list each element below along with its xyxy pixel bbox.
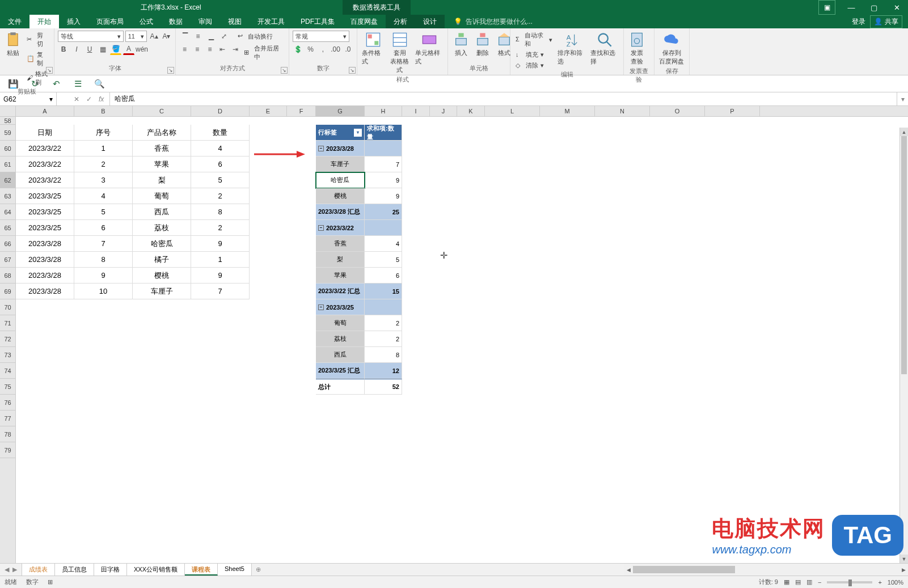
cell-G68[interactable]: 苹果: [316, 268, 365, 284]
cell-D59[interactable]: 数量: [191, 125, 250, 141]
cell-B60[interactable]: 1: [74, 141, 133, 156]
percent-button[interactable]: %: [305, 44, 316, 55]
tab-page-layout[interactable]: 页面布局: [88, 15, 132, 28]
new-sheet-button[interactable]: ⊕: [252, 564, 265, 576]
row-header-61[interactable]: 61: [0, 156, 15, 172]
cell-D66[interactable]: 9: [191, 236, 250, 252]
cell-G70[interactable]: −2023/3/25: [316, 299, 365, 315]
cell-G69[interactable]: 2023/3/22 汇总: [316, 284, 365, 299]
orientation-button[interactable]: ⤢: [218, 31, 230, 42]
cell-B66[interactable]: 7: [74, 236, 133, 252]
conditional-format-button[interactable]: 条件格式: [361, 31, 385, 75]
insert-cells-button[interactable]: 插入: [451, 31, 471, 64]
tab-insert[interactable]: 插入: [59, 15, 88, 28]
cell-C62[interactable]: 梨: [133, 172, 191, 188]
cell-A63[interactable]: 2023/3/25: [16, 188, 74, 204]
row-header-73[interactable]: 73: [0, 347, 15, 363]
cell-D65[interactable]: 2: [191, 220, 250, 236]
col-header-P[interactable]: P: [705, 106, 760, 116]
cell-A66[interactable]: 2023/3/28: [16, 236, 74, 252]
close-button[interactable]: ✕: [885, 0, 908, 15]
decrease-indent-button[interactable]: ⇤: [217, 44, 228, 55]
number-format-combo[interactable]: 常规▾: [293, 31, 349, 42]
row-header-74[interactable]: 74: [0, 363, 15, 379]
sort-filter-button[interactable]: AZ排序和筛选: [556, 31, 587, 70]
cell-D67[interactable]: 1: [191, 252, 250, 268]
align-left-button[interactable]: ≡: [179, 44, 190, 55]
fx-icon[interactable]: fx: [99, 95, 104, 103]
col-header-H[interactable]: H: [365, 106, 402, 116]
cell-G59[interactable]: 行标签▾: [316, 125, 365, 141]
select-all-corner[interactable]: [0, 106, 16, 116]
undo-button[interactable]: ↶: [50, 78, 62, 90]
login-link[interactable]: 登录: [852, 17, 865, 27]
minimize-button[interactable]: —: [840, 0, 863, 15]
cell-G60[interactable]: −2023/3/28: [316, 141, 365, 156]
cell-D64[interactable]: 8: [191, 204, 250, 220]
cell-G66[interactable]: 香蕉: [316, 236, 365, 252]
cell-A69[interactable]: 2023/3/28: [16, 284, 74, 299]
cell-G67[interactable]: 梨: [316, 252, 365, 268]
cell-G71[interactable]: 葡萄: [316, 315, 365, 331]
col-header-G[interactable]: G: [316, 106, 365, 116]
tab-pdf-tools[interactable]: PDF工具集: [293, 15, 343, 28]
row-header-75[interactable]: 75: [0, 379, 15, 395]
row-header-60[interactable]: 60: [0, 141, 15, 156]
zoom-out-button[interactable]: −: [818, 579, 821, 586]
scroll-right-button[interactable]: ▶: [899, 565, 908, 574]
align-middle-button[interactable]: ≡: [192, 31, 204, 42]
cell-H70[interactable]: [365, 299, 402, 315]
sheet-nav-prev[interactable]: ◀: [5, 566, 9, 573]
accessibility-icon[interactable]: ⊞: [48, 578, 53, 586]
tab-baidu-netdisk[interactable]: 百度网盘: [343, 15, 386, 28]
increase-decimal-button[interactable]: .00: [330, 44, 341, 55]
cell-G72[interactable]: 荔枝: [316, 331, 365, 347]
view-normal-button[interactable]: ▦: [784, 578, 789, 586]
col-header-D[interactable]: D: [191, 106, 250, 116]
underline-button[interactable]: U: [84, 44, 95, 55]
zoom-level[interactable]: 100%: [888, 579, 903, 586]
col-header-N[interactable]: N: [595, 106, 650, 116]
row-header-64[interactable]: 64: [0, 204, 15, 220]
cell-C59[interactable]: 产品名称: [133, 125, 191, 141]
currency-button[interactable]: 💲: [293, 44, 303, 55]
cell-G65[interactable]: −2023/3/22: [316, 220, 365, 236]
sheet-tab-Sheet5[interactable]: Sheet5: [218, 564, 252, 576]
save-to-baidu-button[interactable]: 保存到 百度网盘: [658, 31, 685, 67]
horizontal-scrollbar[interactable]: ◀ ▶: [624, 564, 908, 576]
cut-button[interactable]: ✂剪切: [25, 31, 50, 49]
row-header-79[interactable]: 79: [0, 442, 15, 458]
row-header-78[interactable]: 78: [0, 426, 15, 442]
number-launcher[interactable]: ↘: [349, 67, 356, 74]
share-button[interactable]: 👤 共享: [870, 15, 902, 28]
scroll-down-button[interactable]: ▼: [900, 555, 908, 563]
tell-me[interactable]: 💡 告诉我您想要做什么...: [454, 15, 533, 28]
align-bottom-button[interactable]: ▁: [205, 31, 217, 42]
cell-D62[interactable]: 5: [191, 172, 250, 188]
row-header-70[interactable]: 70: [0, 299, 15, 315]
wrap-text-button[interactable]: ↩自动换行: [236, 31, 274, 42]
cell-C60[interactable]: 香蕉: [133, 141, 191, 156]
sheet-tab-成绩表[interactable]: 成绩表: [22, 564, 55, 576]
fill-button[interactable]: ↓填充▾: [514, 50, 554, 60]
col-header-E[interactable]: E: [250, 106, 287, 116]
cell-B69[interactable]: 10: [74, 284, 133, 299]
tab-data[interactable]: 数据: [161, 15, 191, 28]
row-header-71[interactable]: 71: [0, 315, 15, 331]
increase-indent-button[interactable]: ⇥: [230, 44, 240, 55]
collapse-icon[interactable]: −: [318, 225, 324, 231]
pivot-filter-icon[interactable]: ▾: [354, 129, 362, 137]
row-header-72[interactable]: 72: [0, 331, 15, 347]
cell-H61[interactable]: 7: [365, 156, 402, 172]
cell-A62[interactable]: 2023/3/22: [16, 172, 74, 188]
expand-formula-bar-button[interactable]: ▾: [897, 92, 908, 105]
tab-formulas[interactable]: 公式: [132, 15, 161, 28]
cell-H64[interactable]: 25: [365, 204, 402, 220]
col-header-L[interactable]: L: [485, 106, 540, 116]
cell-C67[interactable]: 橘子: [133, 252, 191, 268]
align-top-button[interactable]: ▔: [179, 31, 191, 42]
font-name-combo[interactable]: 等线▾: [58, 31, 124, 42]
cell-D68[interactable]: 9: [191, 268, 250, 284]
tab-review[interactable]: 审阅: [191, 15, 220, 28]
paste-button[interactable]: 粘贴: [3, 31, 23, 87]
